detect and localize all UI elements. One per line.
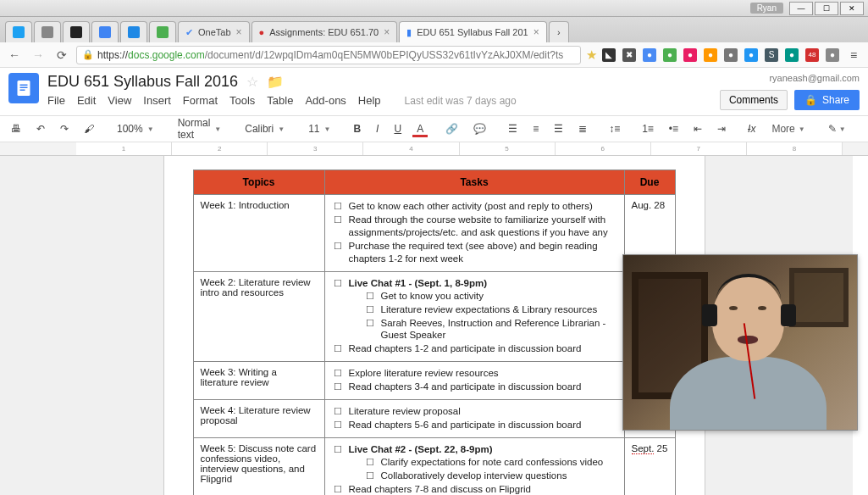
tab-close-icon[interactable]: × (384, 26, 390, 38)
url-scheme: https:// (97, 49, 128, 61)
ext-icon[interactable]: ● (744, 48, 758, 62)
undo-icon[interactable]: ↶ (32, 120, 49, 137)
link-icon[interactable]: 🔗 (441, 120, 462, 137)
ext-icon[interactable]: ● (643, 48, 656, 62)
menu-file[interactable]: File (47, 94, 65, 107)
browser-address-bar: ← → ⟳ 🔒 https://docs.google.com/document… (0, 42, 868, 68)
account-email[interactable]: ryaneash@gmail.com (769, 73, 860, 83)
indent-increase-icon[interactable]: ⇥ (713, 120, 730, 137)
nav-reload-button[interactable]: ⟳ (53, 46, 71, 64)
comment-icon[interactable]: 💬 (469, 120, 490, 137)
share-label: Share (822, 94, 849, 106)
docs-logo-icon[interactable] (8, 73, 39, 103)
tab-favicon-icon (13, 26, 25, 38)
window-close-button[interactable]: ✕ (840, 2, 864, 15)
menu-table[interactable]: Table (267, 94, 293, 107)
menu-insert[interactable]: Insert (143, 94, 171, 107)
nav-back-button[interactable]: ← (5, 46, 24, 64)
tasks-cell: Get to know each other activity (post an… (324, 195, 624, 272)
folder-icon[interactable]: 📁 (267, 74, 284, 90)
redo-icon[interactable]: ↷ (56, 120, 73, 137)
ext-adblock-icon[interactable]: 48 (805, 48, 819, 62)
font-size-dropdown[interactable]: 11▼ (303, 120, 335, 137)
ext-icon[interactable]: ● (724, 48, 738, 62)
ext-icon[interactable]: ● (663, 48, 677, 62)
align-justify-icon[interactable]: ≣ (574, 120, 591, 137)
ext-icon[interactable]: ◣ (602, 48, 616, 62)
tasks-cell: Live Chat #1 - (Sept. 1, 8-9pm)Get to kn… (324, 271, 624, 362)
bulleted-list-icon[interactable]: •≡ (665, 120, 683, 137)
bold-icon[interactable]: B (349, 120, 365, 137)
table-row: Week 4: Literature review proposalLitera… (193, 400, 675, 438)
ext-icon[interactable]: ● (785, 48, 799, 62)
share-button[interactable]: 🔒 Share (794, 90, 860, 110)
line-spacing-icon[interactable]: ↕≡ (605, 120, 624, 137)
browser-tab[interactable] (120, 21, 147, 42)
browser-tabstrip: ✔OneTab×●Assignments: EDU 651.70×▮EDU 65… (0, 17, 868, 42)
print-icon[interactable]: 🖶 (7, 120, 25, 137)
underline-icon[interactable]: U (390, 120, 406, 137)
editing-mode-icon[interactable]: ✎ ▼ (824, 120, 850, 137)
zoom-dropdown[interactable]: 100%▼ (112, 120, 159, 137)
browser-tab[interactable] (91, 21, 119, 42)
url-input[interactable]: 🔒 https://docs.google.com/document/d/12w… (76, 46, 581, 64)
clear-format-icon[interactable]: Ix (744, 120, 760, 137)
text-color-icon[interactable]: A (412, 120, 428, 137)
ruler-tick: 8 (747, 142, 843, 155)
browser-tab[interactable]: ✔OneTab× (178, 21, 250, 42)
paint-format-icon[interactable]: 🖌 (80, 120, 98, 137)
ext-icon[interactable]: ✖ (622, 48, 636, 62)
window-maximize-button[interactable]: ☐ (815, 2, 838, 15)
tab-close-icon[interactable]: × (236, 26, 242, 38)
svg-rect-3 (20, 90, 25, 92)
browser-tab[interactable] (63, 21, 90, 42)
ext-icon[interactable]: ● (683, 48, 697, 62)
doc-title[interactable]: EDU 651 Syllabus Fall 2016 (47, 73, 238, 91)
menu-view[interactable]: View (108, 94, 131, 107)
menu-tools[interactable]: Tools (229, 94, 255, 107)
align-center-icon[interactable]: ≡ (528, 120, 543, 137)
new-tab-button[interactable]: › (549, 21, 569, 42)
italic-icon[interactable]: I (372, 120, 383, 137)
style-dropdown[interactable]: Normal text▼ (173, 114, 227, 143)
star-icon[interactable]: ☆ (246, 74, 258, 90)
align-right-icon[interactable]: ☰ (550, 120, 567, 137)
ext-icon[interactable]: ● (704, 48, 717, 62)
topic-cell: Week 4: Literature review proposal (193, 400, 324, 438)
table-header: Tasks (324, 170, 624, 195)
indent-decrease-icon[interactable]: ⇤ (689, 120, 706, 137)
browser-tab[interactable] (149, 21, 176, 42)
menu-add-ons[interactable]: Add-ons (305, 94, 346, 107)
bookmark-star-icon[interactable]: ★ (586, 47, 597, 63)
align-left-icon[interactable]: ☰ (504, 120, 522, 137)
docs-toolbar: 🖶 ↶ ↷ 🖌 100%▼ Normal text▼ Calibri▼ 11▼ … (0, 115, 868, 142)
hide-menus-icon[interactable]: ⌃ (864, 120, 868, 137)
tab-favicon-icon (128, 26, 140, 38)
tab-label: Assignments: EDU 651.70 (269, 27, 379, 37)
browser-tab[interactable] (5, 21, 32, 42)
topic-cell: Week 1: Introduction (193, 195, 324, 272)
tasks-cell: Literature review proposalRead chapters … (324, 400, 624, 438)
table-header: Topics (193, 170, 324, 195)
browser-tab[interactable] (34, 21, 61, 42)
more-button[interactable]: More▼ (766, 120, 810, 137)
menu-format[interactable]: Format (183, 94, 218, 107)
topic-cell: Week 2: Literature review intro and reso… (193, 271, 324, 362)
tab-close-icon[interactable]: × (534, 26, 539, 38)
browser-menu-button[interactable]: ≡ (844, 46, 863, 64)
menu-help[interactable]: Help (358, 94, 381, 107)
numbered-list-icon[interactable]: 1≡ (638, 120, 658, 137)
browser-tab[interactable]: ▮EDU 651 Syllabus Fall 201× (399, 21, 546, 42)
menu-edit[interactable]: Edit (77, 94, 96, 107)
font-dropdown[interactable]: Calibri▼ (240, 120, 290, 137)
nav-forward-button[interactable]: → (29, 46, 47, 64)
ext-icon[interactable]: ● (826, 48, 839, 62)
tab-favicon-icon (99, 26, 111, 38)
ruler[interactable]: 12345678 (0, 142, 868, 156)
ext-icon[interactable]: S (765, 48, 778, 62)
window-minimize-button[interactable]: — (789, 2, 813, 15)
comments-button[interactable]: Comments (720, 90, 788, 110)
docs-menu-bar: FileEditViewInsertFormatToolsTableAdd-on… (47, 94, 720, 107)
share-lock-icon: 🔒 (804, 94, 817, 106)
browser-tab[interactable]: ●Assignments: EDU 651.70× (252, 21, 398, 42)
